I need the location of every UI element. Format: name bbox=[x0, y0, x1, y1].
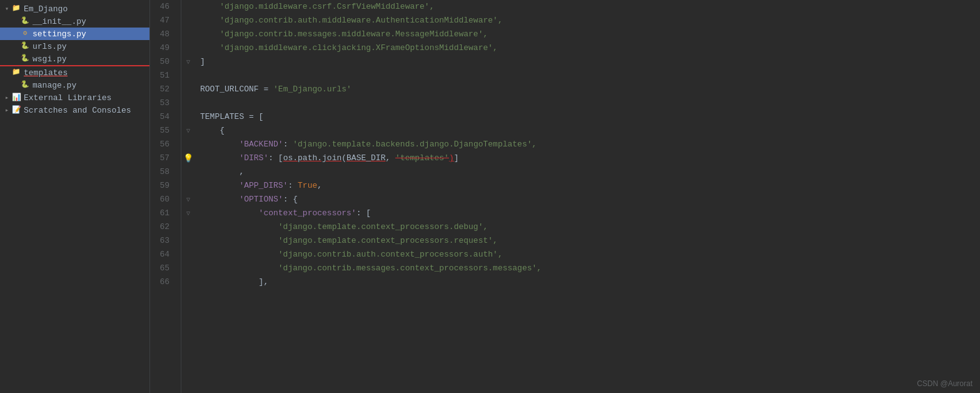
code-line-63: 'django.template.context_processors.requ… bbox=[200, 234, 980, 248]
py-icon-wsgi: 🐍 bbox=[20, 54, 30, 64]
gutter-52 bbox=[181, 83, 195, 96]
folder-icon-templates: 📁 bbox=[11, 68, 21, 78]
tree-item-scratches[interactable]: ▸ 📝 Scratches and Consoles bbox=[0, 104, 149, 116]
code-line-61: 'context_processors' : [ bbox=[200, 207, 980, 220]
tree-item-em-django[interactable]: ▾ 📁 Em_Django bbox=[0, 3, 149, 15]
code-line-59: 'APP_DIRS' : True , bbox=[200, 179, 980, 193]
gutter-56 bbox=[181, 138, 195, 151]
external-libs-icon: 📊 bbox=[11, 93, 21, 103]
tree-arrow-em-django: ▾ bbox=[3, 5, 11, 13]
gutter-54 bbox=[181, 110, 195, 124]
code-line-56: 'BACKEND' : 'django.template.backends.dj… bbox=[200, 138, 980, 151]
tree-label-wsgi-py: wsgi.py bbox=[33, 54, 67, 64]
code-line-48: 'django.contrib.messages.middleware.Mess… bbox=[200, 28, 980, 41]
scratches-icon: 📝 bbox=[11, 105, 21, 115]
tree-label-manage-py: manage.py bbox=[33, 81, 76, 90]
tree-item-urls-py[interactable]: 🐍 urls.py bbox=[0, 40, 149, 53]
gutter-47 bbox=[181, 14, 195, 28]
tree-item-settings-py[interactable]: ⚙️ settings.py bbox=[0, 28, 149, 40]
tree-label-em-django: Em_Django bbox=[24, 4, 68, 14]
tree-arrow-scratches: ▸ bbox=[3, 106, 11, 114]
gutter-60-fold[interactable]: ▽ bbox=[181, 193, 195, 207]
py-icon-urls: 🐍 bbox=[20, 41, 30, 51]
gutter-50-fold[interactable]: ▽ bbox=[181, 55, 195, 69]
gutter-46 bbox=[181, 0, 195, 14]
tree-item-wsgi-py[interactable]: 🐍 wsgi.py bbox=[0, 53, 149, 65]
code-line-66: ], bbox=[200, 275, 980, 289]
code-line-47: 'django.contrib.auth.middleware.Authenti… bbox=[200, 14, 980, 28]
py-icon-init: 🐍 bbox=[20, 16, 30, 26]
gutter-49 bbox=[181, 41, 195, 55]
tree-label-init-py: __init__.py bbox=[33, 17, 86, 26]
tree-label-settings-py: settings.py bbox=[33, 29, 86, 39]
gutter-65 bbox=[181, 262, 195, 275]
tree-label-templates: templates bbox=[24, 68, 68, 78]
code-line-55: { bbox=[200, 124, 980, 138]
gutter-57-bulb[interactable]: 💡 bbox=[181, 151, 195, 165]
tree-item-templates[interactable]: ▸ 📁 templates bbox=[0, 65, 149, 79]
code-line-52: ROOT_URLCONF = 'Em_Django.urls' bbox=[200, 83, 980, 96]
file-tree: ▾ 📁 Em_Django 🐍 __init__.py ⚙️ settings.… bbox=[0, 0, 150, 393]
folder-icon: 📁 bbox=[11, 4, 21, 14]
editor-gutter: ▽ ▽ 💡 ▽ ▽ bbox=[181, 0, 195, 393]
code-line-50: ] bbox=[200, 55, 980, 69]
code-line-57: 'DIRS' : [ os.path.join ( BASE_DIR , 'te… bbox=[200, 151, 980, 165]
code-editor: 46 47 48 49 50 51 52 53 54 55 56 57 58 5… bbox=[150, 0, 980, 393]
tree-arrow-templates: ▸ bbox=[3, 69, 11, 76]
code-line-60: 'OPTIONS' : { bbox=[200, 193, 980, 207]
gutter-53 bbox=[181, 96, 195, 110]
code-line-65: 'django.contrib.messages.context_process… bbox=[200, 262, 980, 275]
code-line-64: 'django.contrib.auth.context_processors.… bbox=[200, 248, 980, 262]
py-icon-settings: ⚙️ bbox=[20, 29, 30, 39]
gutter-59 bbox=[181, 179, 195, 193]
code-line-62: 'django.template.context_processors.debu… bbox=[200, 220, 980, 234]
gutter-63 bbox=[181, 234, 195, 248]
gutter-64 bbox=[181, 248, 195, 262]
code-line-53 bbox=[200, 96, 980, 110]
tree-item-external-libs[interactable]: ▸ 📊 External Libraries bbox=[0, 91, 149, 104]
gutter-51 bbox=[181, 69, 195, 83]
code-content: 'django.middleware.csrf.CsrfViewMiddlewa… bbox=[195, 0, 980, 393]
tree-label-urls-py: urls.py bbox=[33, 42, 67, 51]
tree-label-scratches: Scratches and Consoles bbox=[24, 106, 131, 115]
tree-arrow-external: ▸ bbox=[3, 94, 11, 101]
tree-item-manage-py[interactable]: 🐍 manage.py bbox=[0, 79, 149, 91]
tree-item-init-py[interactable]: 🐍 __init__.py bbox=[0, 15, 149, 28]
gutter-61-fold[interactable]: ▽ bbox=[181, 207, 195, 220]
code-line-46: 'django.middleware.csrf.CsrfViewMiddlewa… bbox=[200, 0, 980, 14]
code-line-58: , bbox=[200, 165, 980, 179]
gutter-58 bbox=[181, 165, 195, 179]
gutter-48 bbox=[181, 28, 195, 41]
gutter-66 bbox=[181, 275, 195, 289]
watermark-label: CSDN @Aurorat bbox=[917, 379, 972, 388]
gutter-62 bbox=[181, 220, 195, 234]
py-icon-manage: 🐍 bbox=[20, 80, 30, 90]
code-line-54: TEMPLATES = [ bbox=[200, 110, 980, 124]
code-line-51 bbox=[200, 69, 980, 83]
tree-label-external-libs: External Libraries bbox=[24, 93, 111, 103]
line-numbers: 46 47 48 49 50 51 52 53 54 55 56 57 58 5… bbox=[150, 0, 181, 393]
gutter-55-fold[interactable]: ▽ bbox=[181, 124, 195, 138]
code-line-49: 'django.middleware.clickjacking.XFrameOp… bbox=[200, 41, 980, 55]
